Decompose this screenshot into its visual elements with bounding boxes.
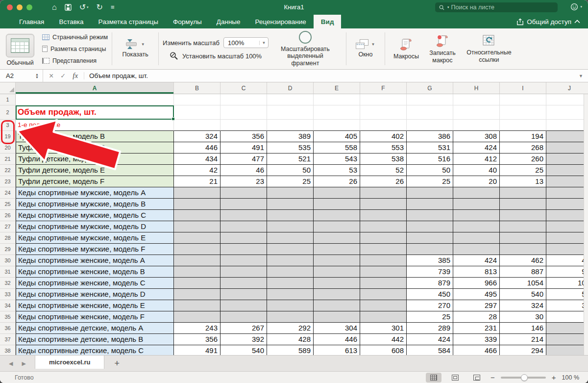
cell-A26[interactable]: Кеды спортивные мужские, модель C (16, 210, 174, 221)
cell-G30[interactable]: 385 (407, 255, 453, 266)
status-page-layout-button[interactable] (447, 373, 463, 383)
cell-H31[interactable]: 813 (453, 266, 500, 278)
cell-C22[interactable]: 46 (220, 165, 267, 176)
cell-J30[interactable]: 48 (546, 255, 588, 266)
cell-D32[interactable] (267, 278, 314, 289)
row-header-19[interactable]: 19 (0, 131, 16, 142)
cell-H36[interactable]: 231 (453, 323, 500, 334)
cell-B2[interactable] (174, 105, 220, 120)
zoom-select[interactable]: 100% ▼ (223, 37, 269, 48)
cell-E24[interactable] (314, 187, 360, 199)
cell-I37[interactable]: 214 (500, 334, 546, 345)
cell-J2[interactable] (546, 105, 588, 120)
cell-G31[interactable]: 739 (407, 266, 453, 278)
cell-D30[interactable] (267, 255, 314, 266)
cell-D1[interactable] (267, 94, 314, 105)
cancel-icon[interactable]: × (49, 72, 53, 80)
cell-H25[interactable] (453, 199, 500, 210)
status-page-break-button[interactable] (469, 373, 485, 383)
cell-J34[interactable]: 33 (546, 300, 588, 311)
relative-references-button[interactable]: Относительные ссылки (462, 28, 516, 69)
close-button[interactable] (7, 4, 13, 10)
status-normal-view-button[interactable] (426, 373, 441, 383)
cell-F30[interactable] (360, 255, 407, 266)
col-header-F[interactable]: F (360, 82, 407, 94)
cell-D29[interactable] (267, 244, 314, 255)
cell-B30[interactable] (174, 255, 220, 266)
normal-view-button[interactable]: Обычный (6, 34, 34, 66)
cell-F19[interactable]: 402 (360, 131, 407, 142)
home-icon[interactable]: ⌂ (52, 3, 57, 11)
cell-I26[interactable] (500, 210, 546, 221)
cell-A21[interactable]: Туфли детские, модель D (16, 153, 174, 165)
cell-E1[interactable] (314, 94, 360, 105)
minimize-button[interactable] (17, 4, 23, 10)
cell-G20[interactable]: 531 (407, 142, 453, 153)
page-layout-button[interactable]: Разметка страницы (42, 44, 108, 54)
cell-H20[interactable]: 424 (453, 142, 500, 153)
cell-J36[interactable] (546, 323, 588, 334)
toolbar-menu-icon[interactable]: ≡ (111, 3, 115, 11)
zoom-slider[interactable] (501, 377, 546, 379)
row-header-30[interactable]: 30 (0, 255, 16, 266)
cell-B35[interactable] (174, 311, 220, 323)
cell-G37[interactable]: 424 (407, 334, 453, 345)
cell-G1[interactable] (407, 94, 453, 105)
cell-E26[interactable] (314, 210, 360, 221)
cell-G2[interactable] (407, 105, 453, 120)
cell-C37[interactable]: 392 (220, 334, 267, 345)
cell-H21[interactable]: 412 (453, 153, 500, 165)
row-header-35[interactable]: 35 (0, 311, 16, 323)
search-scope-caret[interactable]: ▾ (447, 5, 449, 9)
cell-G3[interactable] (407, 120, 453, 131)
cell-I23[interactable]: 13 (500, 176, 546, 187)
cell-I31[interactable]: 887 (500, 266, 546, 278)
col-header-D[interactable]: D (267, 82, 314, 94)
cell-E31[interactable] (314, 266, 360, 278)
cell-E20[interactable]: 558 (314, 142, 360, 153)
cell-B1[interactable] (174, 94, 220, 105)
row-header-29[interactable]: 29 (0, 244, 16, 255)
row-header-2[interactable]: 2 (0, 105, 16, 120)
cell-F2[interactable] (360, 105, 407, 120)
cell-B25[interactable] (174, 199, 220, 210)
cell-G32[interactable]: 879 (407, 278, 453, 289)
cell-A32[interactable]: Кеды спортивные женские, модель C (16, 278, 174, 289)
row-header-33[interactable]: 33 (0, 289, 16, 300)
cell-F25[interactable] (360, 199, 407, 210)
cell-D19[interactable]: 389 (267, 131, 314, 142)
cell-D23[interactable]: 25 (267, 176, 314, 187)
cell-A19[interactable]: Туфли детские, модель B (16, 131, 174, 142)
cell-B28[interactable] (174, 232, 220, 244)
record-macro-button[interactable]: Записать макрос (423, 28, 462, 69)
cell-D37[interactable]: 428 (267, 334, 314, 345)
cell-E27[interactable] (314, 221, 360, 232)
cell-B33[interactable] (174, 289, 220, 300)
col-header-E[interactable]: E (314, 82, 360, 94)
cell-A31[interactable]: Кеды спортивные женские, модель B (16, 266, 174, 278)
cell-I29[interactable] (500, 244, 546, 255)
tab-retsenzirovanie[interactable]: Рецензирование (248, 15, 314, 28)
cell-I34[interactable]: 324 (500, 300, 546, 311)
cell-G19[interactable]: 386 (407, 131, 453, 142)
zoom-100-button[interactable]: Установить масштаб 100% (170, 51, 262, 60)
macros-button[interactable]: Макросы (389, 28, 423, 69)
cell-D22[interactable]: 50 (267, 165, 314, 176)
cell-B38[interactable]: 491 (174, 345, 220, 355)
cell-B24[interactable] (174, 187, 220, 199)
cell-B27[interactable] (174, 221, 220, 232)
row-header-23[interactable]: 23 (0, 176, 16, 187)
cell-A1[interactable] (16, 94, 174, 105)
cell-E32[interactable] (314, 278, 360, 289)
row-header-34[interactable]: 34 (0, 300, 16, 311)
cell-B22[interactable]: 42 (174, 165, 220, 176)
col-header-I[interactable]: I (500, 82, 546, 94)
cell-F26[interactable] (360, 210, 407, 221)
cell-E29[interactable] (314, 244, 360, 255)
cell-C32[interactable] (220, 278, 267, 289)
cell-F20[interactable]: 553 (360, 142, 407, 153)
insert-function-icon[interactable]: fx (73, 72, 78, 80)
row-header-22[interactable]: 22 (0, 165, 16, 176)
formula-bar-expand-icon[interactable]: ▼ (579, 74, 588, 78)
sheet-tab-active[interactable]: microexcel.ru (35, 356, 105, 369)
